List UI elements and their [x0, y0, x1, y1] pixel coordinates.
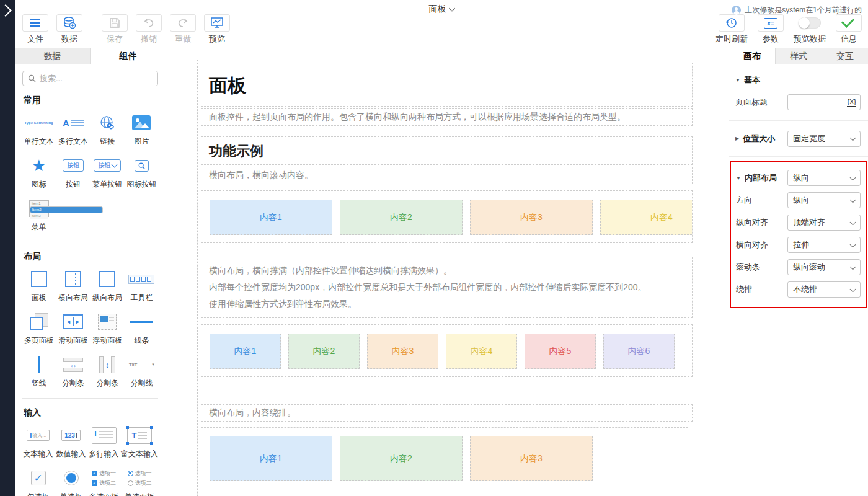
wrap-select[interactable]: 不绕排	[787, 281, 861, 298]
tab-canvas[interactable]: 画布	[729, 48, 776, 64]
content-box-4[interactable]: 内容4	[600, 200, 693, 235]
component-checkbox[interactable]: ✓ 勾选框	[22, 467, 54, 496]
undo-button[interactable]: 撤销	[135, 14, 163, 45]
component-v-splitter[interactable]: ↕ 分割条	[91, 354, 124, 389]
component-float-panel[interactable]: 浮动面板	[91, 311, 124, 346]
component-search-input[interactable]: 搜索...	[22, 71, 158, 86]
data-button[interactable]: 数据	[55, 14, 84, 45]
tab-components[interactable]: 组件	[91, 48, 166, 64]
multiline-input-icon: I	[92, 427, 117, 444]
content-box-2[interactable]: 内容2	[288, 334, 360, 369]
canvas-section-heading[interactable]: 功能示例	[201, 136, 693, 165]
info-button[interactable]: 信息	[835, 14, 863, 45]
component-toolbar[interactable]: 工具栏	[125, 268, 158, 303]
chevron-down-icon	[850, 241, 856, 247]
content-box-1[interactable]: 内容1	[210, 334, 281, 369]
horizontal-align-select[interactable]: 拉伸	[787, 237, 861, 253]
line-icon	[130, 321, 153, 323]
component-image[interactable]: 图片	[125, 112, 158, 147]
fx-icon[interactable]: {X}	[847, 98, 856, 107]
params-button[interactable]: x= 参数	[756, 14, 785, 45]
collapse-strip[interactable]	[0, 0, 15, 496]
example2-desc-block[interactable]: 横向布局，横向撑满（内部控件设置伸缩达到横向撑满效果）。 内部每个控件宽度均为2…	[201, 257, 693, 318]
component-button[interactable]: 按钮 按钮	[56, 155, 89, 190]
canvas-page-title: 面板	[209, 73, 684, 99]
component-multi-line-text[interactable]: A 多行文本	[56, 112, 89, 147]
scrollbar-select[interactable]: 纵向滚动	[787, 259, 861, 275]
redo-button[interactable]: 重做	[169, 14, 197, 45]
common-grid: Type Something 单行文本 A 多行文本	[22, 112, 158, 241]
component-radio-panel[interactable]: 选项一 选项二 单选面板	[121, 467, 158, 496]
content-box-4[interactable]: 内容4	[446, 334, 517, 369]
content-box-3[interactable]: 内容3	[367, 334, 438, 369]
component-divider-line[interactable]: TXT▾ 分割线	[125, 354, 158, 389]
content-box-3[interactable]: 内容3	[470, 436, 593, 481]
component-checkbox-panel[interactable]: ✓选项一 ✓选项二 多选面板	[88, 467, 120, 496]
content-box-1[interactable]: 内容1	[210, 436, 332, 481]
component-icon[interactable]: ★ 图标	[22, 155, 55, 190]
design-canvas[interactable]: 面板 面板控件，起到页面布局的作用。包含了横向和纵向两种布局方式，可以根据应用场…	[166, 48, 728, 496]
example3-desc-block[interactable]: 横向布局，内容绕排。	[201, 404, 693, 422]
component-panel[interactable]: 面板	[22, 268, 55, 303]
content-box-5[interactable]: 内容5	[525, 334, 596, 369]
chevron-down-icon	[850, 135, 856, 141]
section-common-title: 常用	[24, 95, 158, 106]
component-multi-page-panel[interactable]: 多页面板	[22, 311, 55, 346]
file-button[interactable]: 文件	[21, 14, 50, 45]
component-menu[interactable]: Item1 Item2 Item3 菜单	[22, 198, 55, 232]
component-multiline-input[interactable]: I 多行输入	[88, 425, 120, 459]
component-link[interactable]: 链接	[91, 112, 124, 147]
toolbar-component-icon	[128, 275, 154, 284]
example2-row[interactable]: 内容1 内容2 内容3 内容4 内容5 内容6	[201, 324, 693, 377]
component-single-line-text[interactable]: Type Something 单行文本	[22, 112, 55, 147]
position-size-select[interactable]: 固定宽度	[787, 131, 861, 147]
component-number-input[interactable]: 123I 数值输入	[55, 425, 87, 459]
page-title-input[interactable]: {X}	[787, 94, 861, 110]
component-radio[interactable]: 单选框	[55, 467, 87, 496]
properties-panel: 画布 样式 交互 ▼基本 页面标题 {X} ▶位置大小	[728, 48, 868, 496]
vertical-line-icon	[38, 356, 40, 373]
content-box-6[interactable]: 内容6	[603, 334, 675, 369]
example1-row[interactable]: 内容1 内容2 内容3 内容4	[201, 190, 693, 243]
document-title-dropdown[interactable]: 面板	[429, 4, 454, 15]
tab-data[interactable]: 数据	[15, 48, 91, 64]
toggle-switch-icon[interactable]	[799, 17, 821, 29]
component-text-input[interactable]: I输入... 文本输入	[22, 425, 54, 459]
toolbar-right: 定时刷新 x= 参数 预览数据	[712, 14, 863, 45]
toolbar-left: 文件 数据	[21, 14, 231, 45]
panel-icon	[31, 271, 47, 287]
component-vertical-line[interactable]: 竖线	[22, 354, 55, 389]
preview-button[interactable]: 预览	[203, 14, 231, 45]
user-avatar-icon	[732, 6, 741, 15]
inner-layout-field: ▼内部布局 纵向	[731, 167, 866, 189]
vertical-align-select[interactable]: 顶端对齐	[787, 215, 861, 231]
component-vertical-layout[interactable]: 纵向布局	[91, 268, 124, 303]
component-slide-panel[interactable]: ◄► 滑动面板	[56, 311, 89, 346]
component-icon-button[interactable]: 图标按钮	[125, 155, 158, 190]
basic-section-header[interactable]: ▼基本	[729, 64, 868, 86]
content-box-3[interactable]: 内容3	[470, 200, 593, 235]
example3-wrap-row[interactable]: 内容1 内容2 内容3 内容4 内容5 内容6	[201, 427, 688, 496]
inner-layout-select[interactable]: 纵向	[787, 170, 861, 186]
component-richtext-input[interactable]: T 富文本输入	[121, 425, 158, 459]
content-box-1[interactable]: 内容1	[210, 200, 332, 235]
content-box-2[interactable]: 内容2	[340, 200, 463, 235]
chevron-down-icon	[850, 264, 856, 270]
save-button[interactable]: 保存	[100, 14, 129, 45]
preview-data-toggle[interactable]: 预览数据	[790, 14, 829, 45]
tab-interaction[interactable]: 交互	[822, 48, 868, 64]
section-divider	[22, 398, 158, 399]
component-line[interactable]: 线条	[125, 311, 158, 346]
content-box-2[interactable]: 内容2	[340, 436, 463, 481]
tab-style[interactable]: 样式	[776, 48, 822, 64]
canvas-title-block[interactable]: 面板	[201, 63, 693, 107]
component-horizontal-layout[interactable]: 横向布局	[56, 268, 89, 303]
example1-desc-block[interactable]: 横向布局，横向滚动内容。	[201, 167, 693, 184]
scheduled-refresh-button[interactable]: 定时刷新	[712, 14, 751, 45]
expand-chevron-icon[interactable]	[0, 4, 12, 17]
direction-select[interactable]: 纵向	[787, 192, 861, 208]
component-menu-button[interactable]: 按钮 菜单按钮	[91, 155, 124, 190]
canvas-desc-block[interactable]: 面板控件，起到页面布局的作用。包含了横向和纵向两种布局方式，可以根据应用场景选择…	[201, 108, 693, 126]
page-container[interactable]: 面板 面板控件，起到页面布局的作用。包含了横向和纵向两种布局方式，可以根据应用场…	[197, 60, 694, 496]
component-h-splitter[interactable]: ↔ 分割条	[56, 354, 89, 389]
